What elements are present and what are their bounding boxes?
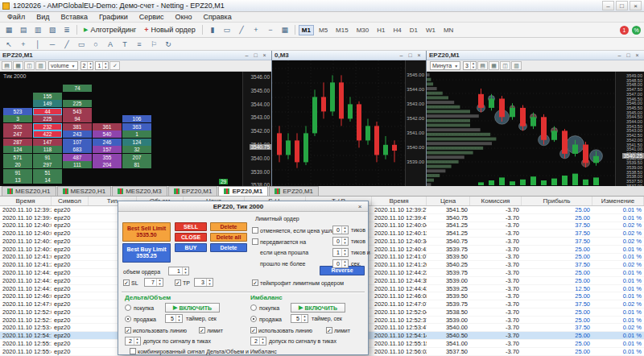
- menu-Файл[interactable]: Файл: [2, 13, 31, 21]
- dialog-close-icon[interactable]: ×: [355, 203, 365, 210]
- spinner-arrows[interactable]: ▲▼: [341, 238, 348, 245]
- combined-signal-checkbox[interactable]: комбинированный сигнал Дельта/Объем и Им…: [130, 348, 277, 354]
- spinner-arrows[interactable]: ▲▼: [175, 315, 182, 322]
- tab-MESZ20,H1-1[interactable]: MESZ20,H1: [57, 186, 112, 196]
- cluster-tool-icon[interactable]: ▦: [13, 61, 23, 70]
- volume-mode-select[interactable]: volume ▼: [48, 61, 78, 70]
- chart-type-icon[interactable]: ▮: [206, 24, 219, 36]
- close-button[interactable]: ×: [630, 1, 642, 10]
- chart-type-icon[interactable]: −: [264, 24, 277, 36]
- chart-type-icon[interactable]: ╱: [235, 24, 248, 36]
- spinner-arrows[interactable]: ▲▼: [341, 249, 348, 256]
- timeframe-M30[interactable]: M30: [353, 25, 373, 35]
- panel-maximize-icon[interactable]: □: [406, 52, 415, 58]
- panel-minimize-icon[interactable]: –: [397, 52, 406, 58]
- cluster-tool-icon[interactable]: ◫: [24, 61, 35, 70]
- spinner-arrows[interactable]: ▲▼: [301, 315, 308, 322]
- delete-buy-button[interactable]: Delete: [210, 243, 247, 252]
- draw-tool-icon[interactable]: ▭: [75, 38, 88, 50]
- sl-spinner[interactable]: 7 ▲▼: [144, 278, 163, 287]
- best-buy-limit-button[interactable]: Best Buy Limit 3535.25: [122, 243, 171, 263]
- order-volume-spinner[interactable]: 1 ▲▼: [168, 267, 189, 275]
- imbalance-limit-checkbox[interactable]: ✓ лимит: [326, 327, 350, 333]
- panel-maximize-icon[interactable]: □: [624, 52, 633, 58]
- imbalance-enable-button[interactable]: ▶ ВКЛЮЧИТЬ: [291, 303, 345, 313]
- new-order-button[interactable]: + Новый ордер: [140, 24, 200, 36]
- delete-all-button[interactable]: Delete all: [210, 233, 247, 242]
- spinner-arrows[interactable]: ▲▼: [259, 337, 266, 345]
- minimize-button[interactable]: –: [602, 1, 614, 10]
- timeframe-H4[interactable]: H4: [390, 25, 404, 35]
- buy-button[interactable]: BUY: [175, 243, 207, 252]
- draw-tool-icon[interactable]: T: [118, 38, 131, 50]
- profile-chart[interactable]: 3549.003548.503548.003547.503547.003546.…: [427, 72, 644, 186]
- delta-limit-checkbox[interactable]: ✓ лимит: [199, 327, 223, 333]
- notification-badge[interactable]: 1: [620, 26, 629, 35]
- timeframe-H1[interactable]: H1: [374, 25, 388, 35]
- panel-close-icon[interactable]: ×: [633, 52, 642, 58]
- passed-ticks-spinner[interactable]: 1 ▲▼: [332, 248, 349, 257]
- minute-tool-icon[interactable]: ▥: [511, 61, 522, 70]
- menu-Вид[interactable]: Вид: [31, 13, 55, 21]
- draw-tool-icon[interactable]: ↻: [162, 38, 175, 50]
- chart-type-icon[interactable]: +: [250, 24, 262, 36]
- timeframe-M15[interactable]: M15: [332, 25, 352, 35]
- sell-button[interactable]: SELL: [175, 222, 207, 231]
- tab-MESZ20,H1-0[interactable]: MESZ20,H1: [2, 186, 56, 196]
- delta-sell-radio[interactable]: продажа: [125, 316, 156, 322]
- minute-tool-icon[interactable]: ◫: [500, 61, 510, 70]
- draw-tool-icon[interactable]: +: [17, 38, 30, 50]
- column-header-Цена[interactable]: Цена: [427, 197, 470, 205]
- menu-Справка[interactable]: Справка: [197, 13, 237, 21]
- toolbar-icon[interactable]: ▤: [17, 24, 30, 36]
- apply-icon[interactable]: ✓: [109, 61, 120, 70]
- draw-tool-icon[interactable]: ─: [46, 38, 59, 50]
- dialog-title-bar[interactable]: EPZ20, Тик 2000 ×: [118, 201, 368, 212]
- spinner-arrows[interactable]: ▲▼: [134, 337, 140, 345]
- toolbar-icon[interactable]: ▥: [31, 24, 44, 36]
- elapsed-spinner[interactable]: 0 ▲▼: [332, 259, 349, 268]
- panel-maximize-icon[interactable]: □: [251, 52, 260, 58]
- delta-useline-checkbox[interactable]: ✓ использовать линию: [125, 327, 187, 333]
- maximize-button[interactable]: □: [616, 1, 628, 10]
- period-select[interactable]: Минута ▼: [430, 61, 460, 70]
- algo-trading-button[interactable]: ▶ Алготрейдинг: [80, 24, 140, 36]
- column-header-Символ[interactable]: Символ: [52, 197, 89, 205]
- period-spinner[interactable]: 3 ▲▼: [463, 61, 477, 70]
- cancel-if-checkbox[interactable]: отменяется, если цена ушла на: [252, 227, 343, 234]
- toolbar-icon[interactable]: ▧: [46, 24, 59, 36]
- minute-tool-icon[interactable]: ▦: [489, 61, 499, 70]
- spinner-arrows[interactable]: ▲▼: [341, 260, 348, 267]
- column-header-Время[interactable]: Время: [372, 197, 427, 205]
- spinner-arrows[interactable]: ▲▼: [102, 62, 108, 69]
- draw-tool-icon[interactable]: ↖: [2, 38, 15, 50]
- move-ticks-spinner[interactable]: 0 ▲▼: [332, 237, 349, 246]
- draw-tool-icon[interactable]: ╱: [60, 38, 73, 50]
- timeframe-W1[interactable]: W1: [423, 25, 439, 35]
- delta-timer-spinner[interactable]: 5 ▲▼: [165, 314, 183, 323]
- imbalance-useline-checkbox[interactable]: ✓ использовать линию: [250, 327, 312, 333]
- tab-EPZ20,M1-4[interactable]: EPZ20,M1: [218, 186, 268, 196]
- draw-tool-icon[interactable]: │: [31, 38, 44, 50]
- cluster-chart[interactable]: Тик 2000 7415514922552344543322594106302…: [0, 72, 271, 186]
- candle-chart-m3[interactable]: 3545.003544.003543.003542.003541.003540.…: [272, 60, 426, 186]
- column-header-Время[interactable]: Время: [0, 197, 52, 205]
- cluster-spinner-2[interactable]: 1 ▲▼: [95, 61, 109, 70]
- spinner-arrows[interactable]: ▲▼: [87, 62, 93, 69]
- panel-close-icon[interactable]: ×: [260, 52, 269, 58]
- column-header-Прибыль[interactable]: Прибыль: [522, 197, 592, 205]
- move-checkbox[interactable]: передвигается на: [252, 238, 306, 245]
- menu-Окно[interactable]: Окно: [170, 13, 198, 21]
- timeframe-D1[interactable]: D1: [407, 25, 421, 35]
- tp-spinner[interactable]: 3 ▲▼: [194, 278, 213, 287]
- cluster-spinner-1[interactable]: 2 ▲▼: [80, 61, 94, 70]
- draw-tool-icon[interactable]: ⚐: [147, 38, 160, 50]
- draw-tool-icon[interactable]: ○: [89, 38, 102, 50]
- delta-enable-button[interactable]: ▶ ВКЛЮЧИТЬ: [165, 303, 220, 313]
- chart-type-icon[interactable]: ▦: [279, 24, 291, 36]
- column-header-Изменение[interactable]: Изменение: [592, 197, 644, 205]
- delta-tolerance-spinner[interactable]: 2 ▲▼: [125, 337, 141, 346]
- tab-EPZ20,M1-5[interactable]: EPZ20,M1: [269, 186, 319, 196]
- tab-MESZ20,M3-2[interactable]: MESZ20,M3: [112, 186, 167, 196]
- account-status-icon[interactable]: %: [632, 26, 641, 35]
